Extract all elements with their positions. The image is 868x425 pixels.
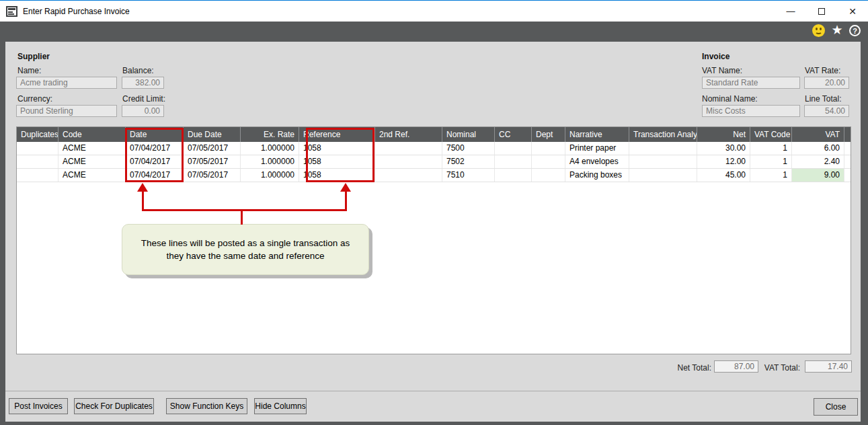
table-cell[interactable]: 12.00 [697, 155, 750, 168]
column-header[interactable]: Due Date [184, 127, 241, 142]
invoice-heading: Invoice [702, 52, 729, 61]
table-cell[interactable] [532, 169, 565, 182]
annotation-text-line1: These lines will be posted as a single t… [141, 237, 350, 249]
annotation-line-right-vertical [345, 191, 347, 211]
post-invoices-button[interactable]: Post Invoices [9, 398, 68, 414]
table-cell[interactable] [17, 142, 58, 155]
table-cell[interactable]: 07/05/2017 [184, 169, 241, 182]
table-cell[interactable]: 9.00 [792, 169, 844, 182]
annotation-line-left-vertical [142, 191, 144, 211]
table-cell[interactable]: ACME [58, 142, 126, 155]
table-cell[interactable] [495, 169, 532, 182]
close-button[interactable]: Close [814, 398, 858, 416]
column-header[interactable]: Ex. Rate [241, 127, 299, 142]
column-header[interactable]: Dept [532, 127, 565, 142]
table-cell[interactable]: 7500 [442, 142, 495, 155]
nominal-name-label: Nominal Name: [702, 94, 758, 104]
nominal-name-field[interactable]: Misc Costs [702, 105, 800, 117]
hide-columns-button[interactable]: Hide Columns [254, 398, 307, 414]
currency-label: Currency: [17, 94, 52, 104]
supplier-name-label: Name: [17, 66, 41, 75]
table-cell[interactable]: 7502 [442, 155, 495, 168]
credit-limit-field[interactable]: 0.00 [122, 105, 164, 117]
currency-field[interactable]: Pound Sterling [16, 105, 117, 117]
table-cell[interactable] [17, 155, 58, 168]
vat-total-label: VAT Total: [760, 363, 800, 373]
table-cell[interactable]: 1 [750, 155, 792, 168]
help-icon[interactable]: ? [849, 25, 861, 36]
table-cell[interactable]: 07/05/2017 [184, 142, 241, 155]
column-header[interactable]: Code [58, 127, 126, 142]
credit-limit-label: Credit Limit: [122, 94, 165, 104]
table-cell[interactable] [532, 155, 565, 168]
table-cell[interactable] [495, 142, 532, 155]
table-cell[interactable] [532, 142, 565, 155]
close-window-button[interactable]: ✕ [837, 1, 868, 22]
table-cell[interactable]: 1.000000 [241, 155, 299, 168]
annotation-reference-highlight-box [306, 128, 374, 182]
table-cell[interactable]: 6.00 [792, 142, 844, 155]
minimize-icon: — [787, 6, 795, 16]
table-cell[interactable] [629, 169, 697, 182]
column-header[interactable]: CC [495, 127, 532, 142]
column-header[interactable]: VAT Code [750, 127, 792, 142]
annotation-text-line2: they have the same date and reference [167, 249, 325, 262]
table-cell[interactable] [495, 155, 532, 168]
table-cell[interactable]: 1 [750, 169, 792, 182]
table-cell[interactable] [17, 169, 58, 182]
toolbar [0, 22, 868, 42]
annotation-date-highlight-box [125, 128, 184, 182]
supplier-heading: Supplier [17, 52, 50, 61]
table-cell[interactable] [629, 142, 697, 155]
minimize-button[interactable]: — [775, 1, 806, 22]
balance-label: Balance: [122, 66, 154, 75]
column-header[interactable]: Net [697, 127, 750, 142]
table-cell[interactable] [629, 155, 697, 168]
maximize-button[interactable] [806, 1, 837, 22]
show-function-keys-button[interactable]: Show Function Keys [166, 398, 247, 414]
line-total-field[interactable]: 54.00 [804, 105, 849, 117]
table-cell[interactable] [375, 142, 442, 155]
vat-name-field[interactable]: Standard Rate [702, 77, 800, 89]
vat-rate-label: VAT Rate: [805, 66, 840, 75]
close-icon: ✕ [849, 6, 857, 17]
balance-field[interactable]: 382.00 [122, 77, 164, 89]
net-total-field: 87.00 [714, 360, 758, 373]
column-header[interactable]: Nominal [442, 127, 495, 142]
invoice-form-icon [6, 6, 17, 17]
table-cell[interactable] [375, 155, 442, 168]
table-cell[interactable]: Packing boxes [565, 169, 629, 182]
vat-name-label: VAT Name: [702, 66, 742, 75]
maximize-icon [818, 8, 825, 15]
annotation-line-horizontal [142, 209, 347, 211]
column-header[interactable]: Transaction Analys [629, 127, 697, 142]
table-cell[interactable]: 1 [750, 142, 792, 155]
column-header[interactable]: Narrative [565, 127, 629, 142]
smiley-face-icon[interactable] [812, 24, 825, 37]
column-header[interactable]: Duplicates [17, 127, 58, 142]
table-cell[interactable]: 7510 [442, 169, 495, 182]
column-header[interactable]: 2nd Ref. [375, 127, 442, 142]
net-total-label: Net Total: [668, 363, 711, 373]
annotation-line-stem [241, 211, 243, 225]
table-cell[interactable]: 1.000000 [241, 142, 299, 155]
table-cell[interactable] [375, 169, 442, 182]
table-cell[interactable]: 30.00 [697, 142, 750, 155]
table-cell[interactable]: A4 envelopes [565, 155, 629, 168]
table-cell[interactable]: ACME [58, 169, 126, 182]
star-favorite-icon[interactable]: ★ [829, 22, 845, 38]
check-for-duplicates-button[interactable]: Check For Duplicates [74, 398, 154, 414]
table-cell[interactable]: ACME [58, 155, 126, 168]
window-title: Enter Rapid Purchase Invoice [23, 7, 130, 16]
line-total-label: Line Total: [805, 94, 842, 104]
table-cell[interactable]: 2.40 [792, 155, 844, 168]
table-cell[interactable]: 1.000000 [241, 169, 299, 182]
button-strip-divider [5, 391, 861, 391]
table-cell[interactable]: 45.00 [697, 169, 750, 182]
supplier-name-field[interactable]: Acme trading [16, 77, 117, 89]
vat-rate-field[interactable]: 20.00 [804, 77, 849, 89]
titlebar: Enter Rapid Purchase Invoice — ✕ [0, 0, 868, 22]
column-header[interactable]: VAT [792, 127, 844, 142]
table-cell[interactable]: Printer paper [565, 142, 629, 155]
table-cell[interactable]: 07/05/2017 [184, 155, 241, 168]
